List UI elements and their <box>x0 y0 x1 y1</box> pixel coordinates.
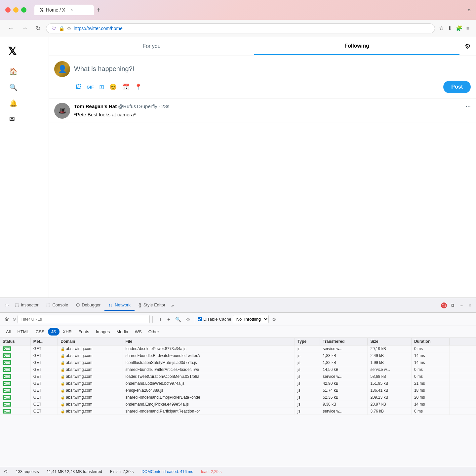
tab-overflow-button[interactable]: » <box>468 7 471 13</box>
table-row[interactable]: 200 GET 🔒abs.twimg.com shared~bundle.Twi… <box>0 366 476 373</box>
devtools-toggle-button[interactable]: ⇦ <box>3 301 11 310</box>
minimize-button[interactable] <box>13 7 19 13</box>
forward-button[interactable]: → <box>19 23 30 33</box>
table-row[interactable]: 200 GET 🔒abs.twimg.com loader.AbsolutePo… <box>0 345 476 352</box>
tab-inspector[interactable]: ⬚ Inspector <box>11 300 42 311</box>
table-row[interactable]: 200 GET 🔒abs.twimg.com shared~bundle.Bir… <box>0 352 476 359</box>
fullscreen-button[interactable] <box>21 7 26 13</box>
error-icon: ⊘ <box>442 303 445 307</box>
block-button[interactable]: ⊘ <box>184 315 192 323</box>
cell-file: shared~ondemand.EmojiPickerData~onde <box>123 394 295 401</box>
tab-close-icon[interactable]: × <box>70 8 73 12</box>
devtools-statusbar: ⏱ 133 requests 11,41 MB / 2,43 MB transf… <box>0 467 476 476</box>
sidebar-item-notifications[interactable]: 🔔 <box>5 96 43 110</box>
emoji-icon[interactable]: 😊 <box>108 82 118 92</box>
table-row[interactable]: 200 GET 🔒abs.twimg.com shared~ondemand.P… <box>0 408 476 415</box>
tweet-menu-button[interactable]: ··· <box>466 103 471 110</box>
filter-images[interactable]: Images <box>93 328 113 336</box>
col-size[interactable]: Size <box>368 338 411 345</box>
col-domain[interactable]: Domain <box>58 338 123 345</box>
col-file[interactable]: File <box>123 338 295 345</box>
filter-ws[interactable]: WS <box>132 328 145 336</box>
cell-type: js <box>295 345 320 352</box>
new-tab-button[interactable]: + <box>94 5 103 15</box>
filter-html[interactable]: HTML <box>14 328 32 336</box>
poll-icon[interactable]: ⊞ <box>98 82 105 92</box>
location-icon[interactable]: 📍 <box>133 82 143 92</box>
compose-input[interactable]: What is happening?! <box>74 61 471 77</box>
sidebar-item-messages[interactable]: ✉ <box>5 112 43 126</box>
sidebar-item-home[interactable]: 🏠 <box>5 64 43 79</box>
nav-bar: ← → ↻ 🛡 🔒 ⊙ https://twitter.com/home ☆ ⬇… <box>0 20 476 37</box>
refresh-button[interactable]: ↻ <box>33 23 43 33</box>
devtools-more-button[interactable]: ··· <box>457 301 465 309</box>
cell-method: GET <box>30 345 58 352</box>
col-duration[interactable]: Duration <box>411 338 449 345</box>
col-status[interactable]: Status <box>0 338 30 345</box>
console-icon: ⬚ <box>46 302 50 307</box>
table-row[interactable]: 200 GET 🔒abs.twimg.com ondemand.LottieWe… <box>0 380 476 387</box>
tab-debugger[interactable]: ⬡ Debugger <box>72 300 104 311</box>
settings-icon[interactable]: ⚙ <box>459 37 476 56</box>
filter-all[interactable]: All <box>3 328 14 336</box>
cell-waterfall <box>450 380 476 387</box>
add-button[interactable]: + <box>165 315 172 323</box>
filter-css[interactable]: CSS <box>32 328 48 336</box>
menu-button[interactable]: ≡ <box>465 24 471 33</box>
tab-network[interactable]: ↑↓ Network <box>104 300 135 311</box>
schedule-icon[interactable]: 📅 <box>121 82 131 92</box>
post-button[interactable]: Post <box>443 81 471 93</box>
cell-type: js <box>295 373 320 380</box>
throttle-select[interactable]: No Throttling Fast 3G Slow 3G Offline <box>233 315 269 323</box>
cell-status: 200 <box>0 359 30 366</box>
table-row[interactable]: 200 GET 🔒abs.twimg.com IconIllustrationS… <box>0 359 476 366</box>
network-table[interactable]: Status Met... Domain File Type Transferr… <box>0 338 476 467</box>
cell-status: 200 <box>0 352 30 359</box>
tab-following[interactable]: Following <box>254 38 459 55</box>
table-row[interactable]: 200 GET 🔒abs.twimg.com emoji-en.a28c488a… <box>0 387 476 394</box>
tab-style-editor[interactable]: {} Style Editor <box>135 300 169 311</box>
cell-waterfall <box>450 352 476 359</box>
table-row[interactable]: 200 GET 🔒abs.twimg.com loader.TweetCurat… <box>0 373 476 380</box>
address-bar[interactable]: 🛡 🔒 ⊙ https://twitter.com/home <box>46 23 435 33</box>
cell-domain: 🔒abs.twimg.com <box>58 366 123 373</box>
devtools-close-button[interactable]: × <box>467 301 473 309</box>
filter-xhr[interactable]: XHR <box>60 328 75 336</box>
tweet-time: · 23s <box>159 103 170 109</box>
dock-button[interactable]: ⧉ <box>449 301 456 309</box>
table-row[interactable]: 200 GET 🔒abs.twimg.com shared~ondemand.E… <box>0 394 476 401</box>
media-icon[interactable]: 🖼 <box>74 82 83 92</box>
table-row[interactable]: 200 GET 🔒abs.twimg.com ondemand.EmojiPic… <box>0 401 476 408</box>
cell-method: GET <box>30 401 58 408</box>
bookmark-button[interactable]: ☆ <box>438 24 445 33</box>
gif-icon[interactable]: GIF <box>85 83 95 91</box>
back-button[interactable]: ← <box>5 23 17 33</box>
network-settings-button[interactable]: ⚙ <box>270 315 278 323</box>
filter-media[interactable]: Media <box>113 328 131 336</box>
close-button[interactable] <box>5 7 11 13</box>
filter-fonts[interactable]: Fonts <box>75 328 93 336</box>
col-type[interactable]: Type <box>295 338 320 345</box>
col-transferred[interactable]: Transferred <box>320 338 368 345</box>
tab-console[interactable]: ⬚ Console <box>42 300 72 311</box>
active-tab[interactable]: 𝕏 Home / X × <box>34 5 94 15</box>
download-button[interactable]: ⬇ <box>446 24 453 33</box>
extensions-button[interactable]: 🧩 <box>455 24 464 33</box>
nav-icons: ☆ ⬇ 🧩 ≡ <box>438 24 471 33</box>
disable-cache-checkbox[interactable]: Disable Cache <box>198 317 231 322</box>
tab-for-you[interactable]: For you <box>49 38 254 55</box>
cell-domain: 🔒abs.twimg.com <box>58 394 123 401</box>
col-waterfall[interactable] <box>450 338 476 345</box>
filter-other[interactable]: Other <box>145 328 163 336</box>
more-tabs-button[interactable]: » <box>169 301 176 309</box>
col-method[interactable]: Met... <box>30 338 58 345</box>
cell-transferred: service w... <box>320 408 368 415</box>
filter-input[interactable] <box>18 315 150 323</box>
filter-js[interactable]: JS <box>48 328 60 336</box>
pause-button[interactable]: ⏸ <box>155 315 164 323</box>
sidebar-item-search[interactable]: 🔍 <box>5 80 43 95</box>
clear-button[interactable]: 🗑 <box>3 315 11 323</box>
cell-status: 200 <box>0 387 30 394</box>
cell-transferred: 14,56 kB <box>320 366 368 373</box>
search-button[interactable]: 🔍 <box>173 315 183 323</box>
